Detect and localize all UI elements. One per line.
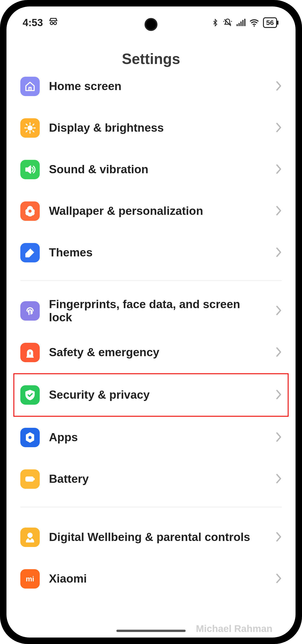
svg-line-13 <box>26 124 27 125</box>
chevron-right-icon <box>275 432 282 443</box>
settings-row-sound[interactable]: Sound & vibration <box>20 149 282 190</box>
bluetooth-icon <box>211 18 219 27</box>
svg-rect-19 <box>29 352 31 354</box>
settings-row-label: Safety & emergency <box>49 346 266 359</box>
chevron-right-icon <box>275 122 282 134</box>
settings-row-label: Digital Wellbeing & parental controls <box>49 530 266 544</box>
gear-hex-icon <box>20 428 40 447</box>
settings-row-label: Apps <box>49 431 266 444</box>
gesture-nav-handle[interactable] <box>116 630 186 632</box>
settings-row-label: Themes <box>49 246 266 260</box>
chevron-right-icon <box>275 474 282 484</box>
phone-frame: 4:53 <box>0 0 302 644</box>
chevron-right-icon <box>275 573 282 584</box>
chevron-right-icon <box>275 81 282 92</box>
settings-row-apps[interactable]: Apps <box>20 417 282 458</box>
phone-screen: 4:53 <box>6 6 296 638</box>
settings-row-label: Xiaomi <box>49 572 266 586</box>
chevron-right-icon <box>275 532 282 543</box>
settings-row-label: Sound & vibration <box>49 163 266 176</box>
annotation-highlight: Security & privacy <box>13 373 289 417</box>
settings-row-wallpaper[interactable]: Wallpaper & personaliza­tion <box>20 190 282 232</box>
svg-line-16 <box>33 124 34 125</box>
chevron-right-icon <box>275 390 282 400</box>
svg-rect-21 <box>26 477 33 481</box>
chevron-right-icon <box>275 305 282 316</box>
settings-row-themes[interactable]: Themes <box>20 232 282 274</box>
page-title: Settings <box>6 50 296 68</box>
sun-icon <box>20 118 40 138</box>
shield-icon <box>20 385 40 405</box>
section-divider <box>20 280 282 281</box>
settings-row-label: Fingerprints, face data, and screen lock <box>49 298 266 324</box>
svg-text:mi: mi <box>26 575 34 583</box>
fingerprint-icon <box>20 301 40 320</box>
svg-rect-5 <box>242 20 243 26</box>
svg-point-17 <box>28 210 32 213</box>
svg-rect-4 <box>240 22 242 26</box>
settings-row-label: Battery <box>49 472 266 486</box>
settings-row-wellbeing[interactable]: Digital Wellbeing & parental controls <box>20 516 282 558</box>
battery-icon <box>20 469 40 489</box>
chevron-right-icon <box>275 247 282 258</box>
chevron-right-icon <box>275 164 282 175</box>
settings-row-label: Display & brightness <box>49 121 266 135</box>
svg-rect-18 <box>26 357 34 358</box>
settings-row-home-screen[interactable]: Home screen <box>20 76 282 107</box>
settings-row-safety[interactable]: Safety & emergency <box>20 332 282 373</box>
settings-row-label: Security & privacy <box>49 388 266 402</box>
svg-rect-3 <box>239 23 240 26</box>
svg-line-15 <box>26 131 27 132</box>
status-bar: 4:53 <box>6 6 296 39</box>
mi-icon: mi <box>20 569 40 588</box>
svg-point-0 <box>50 22 53 25</box>
cellular-signal-icon <box>236 19 246 26</box>
clock-text: 4:53 <box>23 17 43 28</box>
battery-level-text: 56 <box>266 19 274 26</box>
home-icon <box>20 77 40 96</box>
settings-row-security[interactable]: Security & privacy <box>20 374 282 416</box>
battery-indicator: 56 <box>263 17 277 28</box>
svg-rect-6 <box>244 19 246 26</box>
status-bar-right: 56 <box>211 17 277 28</box>
siren-icon <box>20 343 40 362</box>
wifi-icon <box>249 18 259 27</box>
svg-point-23 <box>28 533 32 537</box>
incognito-icon <box>48 16 59 29</box>
svg-point-8 <box>28 126 32 130</box>
speaker-icon <box>20 160 40 179</box>
vibrate-mute-icon <box>223 18 233 28</box>
svg-rect-22 <box>34 478 35 480</box>
chevron-right-icon <box>275 347 282 358</box>
watermark-text: Michael Rahman <box>196 623 273 634</box>
chevron-right-icon <box>275 206 282 217</box>
settings-list[interactable]: Home screenDisplay & brightnessSound & v… <box>6 76 296 638</box>
status-bar-left: 4:53 <box>23 16 59 29</box>
section-divider <box>20 507 282 507</box>
settings-row-battery[interactable]: Battery <box>20 458 282 500</box>
settings-row-biometrics[interactable]: Fingerprints, face data, and screen lock <box>20 290 282 332</box>
person-heart-icon <box>20 528 40 547</box>
svg-rect-2 <box>236 24 238 26</box>
settings-row-xiaomi[interactable]: miXiaomi <box>20 558 282 600</box>
svg-point-7 <box>254 26 255 26</box>
settings-row-label: Home screen <box>49 80 266 93</box>
settings-row-label: Wallpaper & personaliza­tion <box>49 204 266 218</box>
svg-line-14 <box>33 131 34 132</box>
flower-icon <box>20 202 40 221</box>
brush-icon <box>20 243 40 262</box>
settings-row-display[interactable]: Display & brightness <box>20 107 282 149</box>
svg-point-20 <box>28 436 32 439</box>
svg-point-1 <box>54 22 56 25</box>
